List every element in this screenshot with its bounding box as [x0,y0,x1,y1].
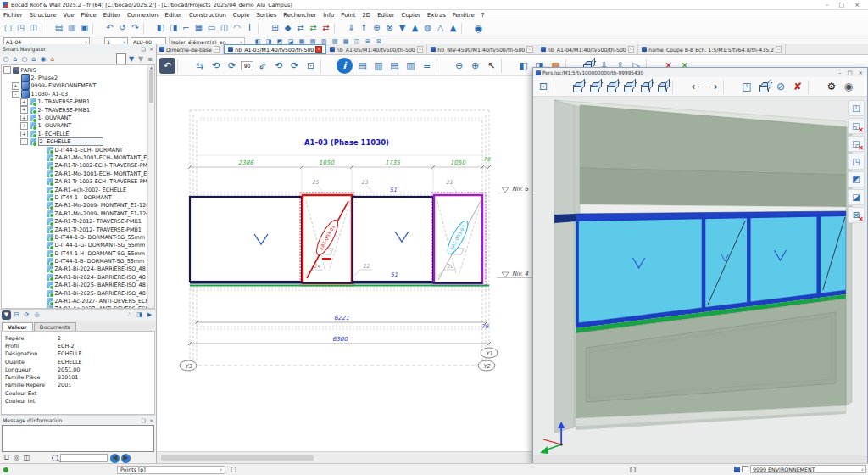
separator[interactable] [552,79,569,95]
tab-close-icon[interactable]: ▫ [214,46,220,53]
arc-tool-icon[interactable]: ◠ [231,22,243,35]
layers-icon[interactable]: ≡ [419,58,435,74]
menu-item[interactable]: Extras [424,12,449,19]
separator[interactable] [256,22,269,35]
mirror-vertical-icon[interactable]: ⟲ [270,58,287,74]
frame-tool-icon[interactable]: ▦ [192,22,205,35]
close-button[interactable]: × [859,70,863,76]
capture-x-icon[interactable]: ◱ [848,118,865,134]
panel-sash-red[interactable]: EA1-003-01 24 [300,193,354,286]
save-icon[interactable]: ▤ [53,22,65,35]
capture-scene-icon[interactable]: ◰ [848,100,865,116]
menu-item[interactable]: Info [320,12,337,19]
tree-item[interactable]: ZA-R1-Tr-1002-ECH- TRAVERSE-PMB1 [2,162,147,170]
menu-item[interactable]: Vue [60,12,78,19]
skew-view-icon[interactable]: ⇙ [254,58,270,74]
view-settings-icon[interactable]: ◧ [515,58,531,74]
scrollbar-thumb[interactable] [149,70,153,103]
tree-expand-toggle[interactable]: + [20,106,28,114]
tree-item[interactable]: ZA-R1-Bi-2024- BARRIERE-ISO_48 [2,273,147,281]
separator[interactable] [142,22,154,35]
tree-item[interactable]: + 1- OUVRANT [2,114,147,121]
link-add-icon[interactable]: ⇄ [307,22,320,35]
filter-doc-icon[interactable]: ▼ [136,54,145,64]
separator[interactable] [175,58,192,74]
minimize-button[interactable]: – [838,70,841,76]
menu-item[interactable]: Copier [398,12,424,19]
filter-funnel-icon[interactable]: ▼ [127,54,136,64]
tab-close-icon[interactable]: × [315,46,322,53]
panel-sash-purple[interactable]: EA1-003-03 20 [431,193,486,286]
view-cube-left-icon[interactable] [603,79,620,95]
import-file-icon[interactable]: ⇓ [345,22,358,35]
zoom-fit-icon[interactable]: ⊕ [467,58,483,74]
zoom-out-icon[interactable]: ⊖ [451,58,467,74]
tree-scrollbar[interactable]: ▲ [147,65,154,308]
link-tool-icon[interactable]: ⇄ [294,22,307,35]
panel-fixed-2[interactable]: 22 51 [353,197,433,282]
delete-elements-icon[interactable]: ✘ [789,79,806,95]
tree-item[interactable]: D-IT44-1-H- DORMANT-SG_55mm [2,249,147,257]
menu-item[interactable]: Copie [230,12,253,19]
maximize-button[interactable]: □ [847,70,852,76]
environment-combo[interactable]: 9999 ENVIRONNEMENT ∨ [750,465,866,473]
save-view-as-icon[interactable]: ▥ [370,58,387,74]
tree-item[interactable]: ZA-R1-Ac-2027- ANTI-DEVERS_ECH [2,297,147,305]
print-icon[interactable]: ▤ [387,58,403,74]
close-button[interactable]: × [854,2,860,8]
mcd-icon[interactable]: ◍ [421,22,434,35]
tree-settings-icon[interactable]: ◎ [32,310,42,320]
message-clear-icon[interactable]: ⊔ [2,454,11,463]
view-back-button[interactable]: ↶ [159,58,175,74]
document-tab[interactable]: Dimetrie-de-base ▫ [156,44,224,54]
tree-item[interactable]: D-IT44-1-ECH- DORMANT [2,146,147,154]
scroll-up-icon[interactable]: ▲ [148,65,154,70]
rotate-left-icon[interactable]: ⇆ [192,58,208,74]
corner-tool-icon[interactable]: ⌐ [180,22,192,35]
separator[interactable] [806,79,823,95]
tree-expand-toggle[interactable]: - [3,66,11,74]
view-cube-top-icon[interactable] [637,79,654,95]
tree-refresh-icon[interactable]: ⟳ [22,310,31,320]
menu-item[interactable]: Structure [26,12,60,19]
view-cube-front-icon[interactable] [569,79,586,95]
tree-item[interactable]: D-IT44-1-B- DORMANT-SG_55mm [2,257,147,265]
tree-item[interactable]: ZA-R1-Tr-1003-ECH- TRAVERSE-PMB1 [2,177,147,185]
tree-expand-toggle[interactable]: + [20,115,28,122]
document-tab[interactable]: hb_A1-05/M1:40/tv500/th-500 ▫ [326,44,428,54]
tree-item[interactable]: 2- Phase2 [2,74,147,81]
document-tab[interactable]: name_Coupe B-B Ech. 1:5/M1:5/tv64.8/th-4… [638,44,786,54]
menu-item[interactable]: Point [337,12,359,19]
mirror-horizontal-icon[interactable]: ⟳ [287,58,303,74]
export-ifc-icon[interactable]: ⊗ [383,22,396,35]
tree-item[interactable]: - 11030- A1-03 [2,90,147,98]
panel-fixed-1[interactable] [190,197,302,282]
nav-node-icon[interactable]: ○ [20,54,29,64]
tree-item[interactable]: - 2- ECHELLE [2,138,147,146]
dock-icon[interactable]: ❏ [142,46,146,52]
view-cube-back-icon[interactable] [586,79,603,95]
tree-expand-toggle[interactable]: + [20,122,28,130]
tree-expand-toggle[interactable]: + [20,131,28,138]
open-project-icon[interactable]: ◳ [14,22,27,35]
separator[interactable] [435,58,451,74]
capture-grid-icon[interactable]: ◩ [848,171,865,187]
document-tab[interactable]: hb_A1-04/M1:40/tv500/th-500 ▫ [537,44,639,54]
menu-item[interactable]: Editer [374,12,398,19]
separator[interactable] [459,22,472,35]
minimize-button[interactable]: – [826,2,829,8]
tree-item[interactable]: ZA-R1-Ac-2027- ANTI-DEVERS_ECH [2,305,147,309]
view-cube-iso-icon[interactable] [654,79,670,95]
rotation-angle-input[interactable] [241,61,253,70]
capture-delete-icon[interactable]: ⊠ [848,207,865,223]
tree-play-icon[interactable]: ▶ [145,310,154,320]
nav-home-icon[interactable]: ⌂ [11,54,19,64]
export-str-icon[interactable]: ▲ [409,22,421,35]
undo-settings-icon[interactable]: ↺ [116,22,129,35]
capture-pan-icon[interactable]: ◳ [848,154,865,170]
rotate-up-icon[interactable]: ⟲ [208,58,224,74]
maximize-button[interactable]: □ [839,2,845,8]
tree-item[interactable]: ZA-R1-Bi-2024- BARRIERE-ISO_48 [2,265,147,273]
undo-icon[interactable]: ↶ [103,22,116,35]
tab-close-icon[interactable]: ▫ [526,46,533,53]
